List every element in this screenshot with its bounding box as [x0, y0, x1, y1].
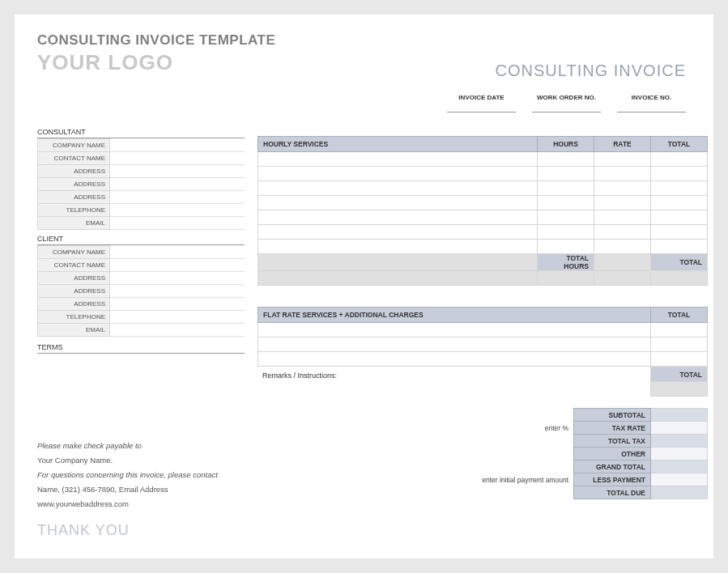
cell[interactable]: [538, 210, 594, 225]
cell[interactable]: [651, 181, 708, 196]
table-row: [258, 181, 708, 196]
cell[interactable]: [538, 167, 594, 181]
meta-value[interactable]: [532, 103, 601, 112]
field-row: ADDRESS: [37, 191, 245, 204]
field-value[interactable]: [110, 324, 245, 337]
cell[interactable]: [594, 152, 651, 167]
left-column: CONSULTANT COMPANY NAMECONTACT NAMEADDRE…: [37, 123, 245, 354]
summary-row: OTHER: [258, 448, 708, 461]
field-value[interactable]: [110, 311, 245, 324]
col-header: HOURS: [538, 137, 594, 152]
spacer-cell: [538, 271, 594, 286]
field-label: ADDRESS: [37, 191, 110, 204]
summary-hint: [258, 435, 574, 448]
field-value[interactable]: [110, 191, 245, 204]
field-value[interactable]: [110, 165, 245, 178]
cell[interactable]: [258, 196, 538, 210]
cell[interactable]: [594, 167, 651, 181]
footer-text: Please make check payable to Your Compan…: [37, 439, 218, 511]
cell[interactable]: [258, 225, 538, 240]
summary-row: GRAND TOTAL: [258, 461, 708, 473]
field-value[interactable]: [110, 204, 245, 217]
cell[interactable]: [258, 152, 538, 167]
field-row: ADDRESS: [37, 165, 245, 178]
summary-label: GRAND TOTAL: [574, 461, 651, 473]
footer-line: Please make check payable to: [37, 439, 218, 453]
flat-total-label: TOTAL: [651, 367, 708, 382]
cell[interactable]: [258, 337, 651, 352]
table-row: [258, 152, 708, 167]
meta-value[interactable]: [617, 103, 686, 112]
cell[interactable]: [651, 240, 708, 254]
summary-row: TOTAL TAX: [258, 435, 708, 448]
field-value[interactable]: [110, 138, 245, 152]
cell[interactable]: [538, 181, 594, 196]
cell[interactable]: [594, 210, 651, 225]
field-value[interactable]: [110, 178, 245, 191]
field-row: COMPANY NAME: [37, 138, 245, 152]
cell[interactable]: [651, 352, 708, 367]
cell[interactable]: [538, 196, 594, 210]
summary-value[interactable]: [651, 422, 708, 435]
consultant-heading: CONSULTANT: [37, 126, 245, 138]
meta-value[interactable]: [447, 103, 516, 112]
cell[interactable]: [258, 240, 538, 254]
field-label: CONTACT NAME: [37, 259, 110, 272]
summary-value[interactable]: [651, 409, 708, 422]
summary-hint: enter initial payment amount: [258, 473, 574, 486]
spacer-cell: [258, 271, 538, 286]
cell[interactable]: [258, 352, 651, 367]
footer-line: For questions concerning this invoice, p…: [37, 468, 218, 482]
field-label: ADDRESS: [37, 298, 110, 311]
spacer-cell: [258, 254, 538, 271]
field-label: TELEPHONE: [37, 204, 110, 217]
field-value[interactable]: [110, 152, 245, 165]
table-row: [258, 210, 708, 225]
field-label: CONTACT NAME: [37, 152, 110, 165]
field-value[interactable]: [110, 245, 245, 259]
cell[interactable]: [594, 225, 651, 240]
cell[interactable]: [594, 240, 651, 254]
cell[interactable]: [538, 225, 594, 240]
table-row: [258, 196, 708, 210]
table-row: [258, 240, 708, 254]
field-value[interactable]: [110, 272, 245, 285]
flat-total-row: Remarks / Instructions: TOTAL: [258, 367, 708, 397]
spacer-cell: [594, 271, 651, 286]
field-value[interactable]: [110, 217, 245, 230]
cell[interactable]: [538, 240, 594, 254]
field-value[interactable]: [110, 285, 245, 298]
total-label: TOTAL: [651, 254, 708, 271]
cell[interactable]: [258, 181, 538, 196]
summary-value[interactable]: [651, 435, 708, 448]
field-label: ADDRESS: [37, 272, 110, 285]
remarks-label: Remarks / Instructions:: [258, 367, 651, 382]
cell[interactable]: [651, 152, 708, 167]
cell[interactable]: [651, 210, 708, 225]
cell[interactable]: [651, 323, 708, 337]
cell[interactable]: [651, 225, 708, 240]
field-label: EMAIL: [37, 324, 110, 337]
meta-work-order: WORK ORDER NO.: [532, 94, 601, 112]
cell[interactable]: [594, 181, 651, 196]
summary-value[interactable]: [651, 473, 708, 486]
summary-table: SUBTOTALenter %TAX RATETOTAL TAXOTHERGRA…: [258, 408, 708, 499]
field-value[interactable]: [110, 298, 245, 311]
footer-line: www.yourwebaddress.com: [37, 497, 218, 511]
cell[interactable]: [258, 167, 538, 181]
cell[interactable]: [651, 196, 708, 210]
cell[interactable]: [651, 337, 708, 352]
invoice-page: CONSULTING INVOICE TEMPLATE YOUR LOGO CO…: [15, 15, 713, 558]
summary-value[interactable]: [651, 486, 708, 499]
cell[interactable]: [538, 152, 594, 167]
summary-hint: enter %: [258, 422, 574, 435]
cell[interactable]: [651, 167, 708, 181]
cell[interactable]: [258, 210, 538, 225]
col-header: RATE: [594, 137, 651, 152]
hourly-services-table: HOURLY SERVICES HOURS RATE TOTAL TOTAL H…: [258, 136, 708, 286]
cell[interactable]: [594, 196, 651, 210]
summary-value[interactable]: [651, 461, 708, 473]
field-value[interactable]: [110, 259, 245, 272]
cell[interactable]: [258, 323, 651, 337]
summary-value[interactable]: [651, 448, 708, 461]
